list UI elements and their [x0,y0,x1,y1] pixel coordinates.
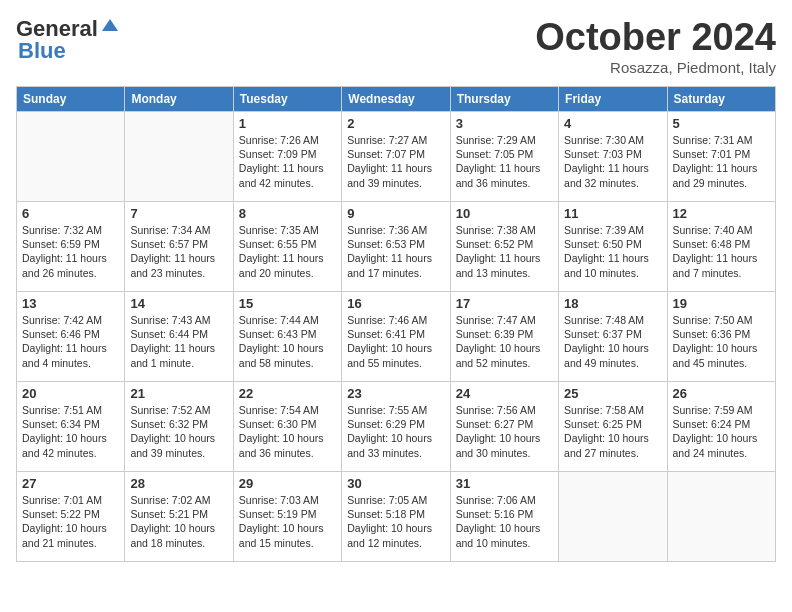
month-title: October 2024 [535,16,776,59]
calendar-week-row: 27Sunrise: 7:01 AMSunset: 5:22 PMDayligh… [17,472,776,562]
cell-info: Sunrise: 7:56 AMSunset: 6:27 PMDaylight:… [456,403,553,460]
cell-date-number: 8 [239,206,336,221]
cell-date-number: 19 [673,296,770,311]
cell-date-number: 13 [22,296,119,311]
cell-info: Sunrise: 7:42 AMSunset: 6:46 PMDaylight:… [22,313,119,370]
weekday-header: Sunday [17,87,125,112]
calendar-cell: 18Sunrise: 7:48 AMSunset: 6:37 PMDayligh… [559,292,667,382]
cell-date-number: 27 [22,476,119,491]
calendar-cell: 13Sunrise: 7:42 AMSunset: 6:46 PMDayligh… [17,292,125,382]
cell-date-number: 9 [347,206,444,221]
calendar-cell: 19Sunrise: 7:50 AMSunset: 6:36 PMDayligh… [667,292,775,382]
cell-date-number: 20 [22,386,119,401]
cell-date-number: 14 [130,296,227,311]
cell-info: Sunrise: 7:26 AMSunset: 7:09 PMDaylight:… [239,133,336,190]
cell-info: Sunrise: 7:46 AMSunset: 6:41 PMDaylight:… [347,313,444,370]
logo: General Blue [16,16,120,64]
cell-info: Sunrise: 7:51 AMSunset: 6:34 PMDaylight:… [22,403,119,460]
cell-date-number: 29 [239,476,336,491]
calendar-cell: 21Sunrise: 7:52 AMSunset: 6:32 PMDayligh… [125,382,233,472]
cell-info: Sunrise: 7:55 AMSunset: 6:29 PMDaylight:… [347,403,444,460]
cell-info: Sunrise: 7:50 AMSunset: 6:36 PMDaylight:… [673,313,770,370]
cell-info: Sunrise: 7:43 AMSunset: 6:44 PMDaylight:… [130,313,227,370]
cell-date-number: 24 [456,386,553,401]
cell-date-number: 6 [22,206,119,221]
cell-info: Sunrise: 7:54 AMSunset: 6:30 PMDaylight:… [239,403,336,460]
calendar-cell: 15Sunrise: 7:44 AMSunset: 6:43 PMDayligh… [233,292,341,382]
calendar-cell: 30Sunrise: 7:05 AMSunset: 5:18 PMDayligh… [342,472,450,562]
cell-info: Sunrise: 7:01 AMSunset: 5:22 PMDaylight:… [22,493,119,550]
calendar-cell: 16Sunrise: 7:46 AMSunset: 6:41 PMDayligh… [342,292,450,382]
calendar-cell: 3Sunrise: 7:29 AMSunset: 7:05 PMDaylight… [450,112,558,202]
title-section: October 2024 Rosazza, Piedmont, Italy [535,16,776,76]
cell-date-number: 5 [673,116,770,131]
calendar-cell [559,472,667,562]
cell-info: Sunrise: 7:32 AMSunset: 6:59 PMDaylight:… [22,223,119,280]
cell-info: Sunrise: 7:31 AMSunset: 7:01 PMDaylight:… [673,133,770,190]
cell-date-number: 3 [456,116,553,131]
cell-info: Sunrise: 7:29 AMSunset: 7:05 PMDaylight:… [456,133,553,190]
cell-info: Sunrise: 7:02 AMSunset: 5:21 PMDaylight:… [130,493,227,550]
cell-date-number: 26 [673,386,770,401]
cell-info: Sunrise: 7:39 AMSunset: 6:50 PMDaylight:… [564,223,661,280]
calendar-cell: 1Sunrise: 7:26 AMSunset: 7:09 PMDaylight… [233,112,341,202]
cell-info: Sunrise: 7:47 AMSunset: 6:39 PMDaylight:… [456,313,553,370]
calendar-cell: 28Sunrise: 7:02 AMSunset: 5:21 PMDayligh… [125,472,233,562]
calendar-cell: 17Sunrise: 7:47 AMSunset: 6:39 PMDayligh… [450,292,558,382]
calendar-cell: 25Sunrise: 7:58 AMSunset: 6:25 PMDayligh… [559,382,667,472]
cell-date-number: 18 [564,296,661,311]
cell-date-number: 21 [130,386,227,401]
calendar-week-row: 6Sunrise: 7:32 AMSunset: 6:59 PMDaylight… [17,202,776,292]
weekday-header: Monday [125,87,233,112]
calendar-cell: 26Sunrise: 7:59 AMSunset: 6:24 PMDayligh… [667,382,775,472]
page-header: General Blue October 2024 Rosazza, Piedm… [16,16,776,76]
cell-info: Sunrise: 7:36 AMSunset: 6:53 PMDaylight:… [347,223,444,280]
calendar-cell: 7Sunrise: 7:34 AMSunset: 6:57 PMDaylight… [125,202,233,292]
svg-marker-0 [102,19,118,31]
calendar-cell: 9Sunrise: 7:36 AMSunset: 6:53 PMDaylight… [342,202,450,292]
cell-date-number: 2 [347,116,444,131]
calendar-week-row: 13Sunrise: 7:42 AMSunset: 6:46 PMDayligh… [17,292,776,382]
cell-info: Sunrise: 7:59 AMSunset: 6:24 PMDaylight:… [673,403,770,460]
cell-date-number: 4 [564,116,661,131]
cell-date-number: 1 [239,116,336,131]
calendar-cell: 27Sunrise: 7:01 AMSunset: 5:22 PMDayligh… [17,472,125,562]
calendar-cell [667,472,775,562]
calendar-cell: 22Sunrise: 7:54 AMSunset: 6:30 PMDayligh… [233,382,341,472]
logo-blue-text: Blue [18,38,66,64]
cell-info: Sunrise: 7:58 AMSunset: 6:25 PMDaylight:… [564,403,661,460]
weekday-header: Tuesday [233,87,341,112]
weekday-header: Thursday [450,87,558,112]
cell-date-number: 22 [239,386,336,401]
cell-date-number: 23 [347,386,444,401]
calendar-cell [17,112,125,202]
calendar-cell: 6Sunrise: 7:32 AMSunset: 6:59 PMDaylight… [17,202,125,292]
location: Rosazza, Piedmont, Italy [535,59,776,76]
cell-info: Sunrise: 7:06 AMSunset: 5:16 PMDaylight:… [456,493,553,550]
calendar-week-row: 1Sunrise: 7:26 AMSunset: 7:09 PMDaylight… [17,112,776,202]
cell-info: Sunrise: 7:35 AMSunset: 6:55 PMDaylight:… [239,223,336,280]
calendar-cell: 23Sunrise: 7:55 AMSunset: 6:29 PMDayligh… [342,382,450,472]
calendar-cell [125,112,233,202]
cell-info: Sunrise: 7:30 AMSunset: 7:03 PMDaylight:… [564,133,661,190]
calendar-cell: 5Sunrise: 7:31 AMSunset: 7:01 PMDaylight… [667,112,775,202]
weekday-header: Saturday [667,87,775,112]
cell-info: Sunrise: 7:48 AMSunset: 6:37 PMDaylight:… [564,313,661,370]
cell-info: Sunrise: 7:52 AMSunset: 6:32 PMDaylight:… [130,403,227,460]
cell-date-number: 11 [564,206,661,221]
calendar-cell: 29Sunrise: 7:03 AMSunset: 5:19 PMDayligh… [233,472,341,562]
cell-info: Sunrise: 7:03 AMSunset: 5:19 PMDaylight:… [239,493,336,550]
calendar-cell: 8Sunrise: 7:35 AMSunset: 6:55 PMDaylight… [233,202,341,292]
cell-date-number: 17 [456,296,553,311]
calendar-cell: 20Sunrise: 7:51 AMSunset: 6:34 PMDayligh… [17,382,125,472]
cell-date-number: 7 [130,206,227,221]
cell-date-number: 16 [347,296,444,311]
cell-date-number: 15 [239,296,336,311]
cell-date-number: 31 [456,476,553,491]
logo-icon [100,17,120,37]
calendar-cell: 2Sunrise: 7:27 AMSunset: 7:07 PMDaylight… [342,112,450,202]
calendar-cell: 11Sunrise: 7:39 AMSunset: 6:50 PMDayligh… [559,202,667,292]
calendar-cell: 4Sunrise: 7:30 AMSunset: 7:03 PMDaylight… [559,112,667,202]
calendar-cell: 31Sunrise: 7:06 AMSunset: 5:16 PMDayligh… [450,472,558,562]
cell-date-number: 12 [673,206,770,221]
